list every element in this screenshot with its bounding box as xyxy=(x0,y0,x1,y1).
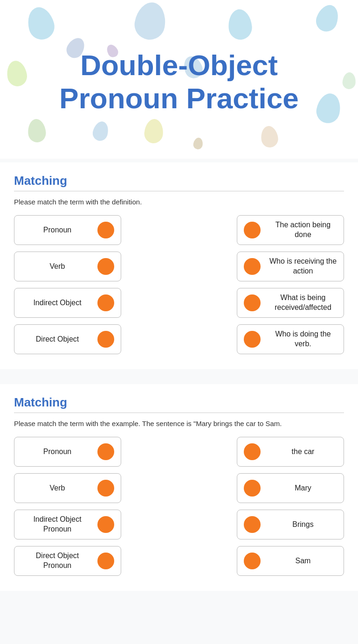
definition-text: the car xyxy=(269,447,337,457)
match-definition[interactable]: Who is receiving the action xyxy=(237,252,344,281)
connector-dot-right[interactable] xyxy=(97,443,114,460)
match-term[interactable]: Direct Object Pronoun xyxy=(14,546,121,576)
match-definition[interactable]: Sam xyxy=(237,546,344,576)
section-1-title: Matching xyxy=(14,174,344,188)
connector-dot-right[interactable] xyxy=(97,553,114,569)
match-term[interactable]: Indirect Object Pronoun xyxy=(14,510,121,539)
matching-grid-1: PronounThe action being doneVerbWho is r… xyxy=(14,215,344,354)
connector-dot-right[interactable] xyxy=(97,222,114,238)
section-2: Matching Please match the term with the … xyxy=(0,384,358,591)
match-definition[interactable]: Mary xyxy=(237,473,344,503)
connector-dot-right[interactable] xyxy=(97,480,114,497)
connector-dot-right[interactable] xyxy=(97,516,114,533)
match-definition[interactable]: Brings xyxy=(237,510,344,539)
connector-dot-right[interactable] xyxy=(97,258,114,275)
definition-text: Who is receiving the action xyxy=(269,257,337,276)
section-1-instruction: Please match the term with the definitio… xyxy=(14,198,344,206)
section-2-title: Matching xyxy=(14,395,344,410)
match-term[interactable]: Direct Object xyxy=(14,324,121,354)
connector-dot-left[interactable] xyxy=(244,516,261,533)
match-term[interactable]: Pronoun xyxy=(14,437,121,467)
matching-row: VerbWho is receiving the action xyxy=(14,252,344,281)
connector-dot-left[interactable] xyxy=(244,443,261,460)
matching-row: PronounThe action being done xyxy=(14,215,344,245)
section-1: Matching Please match the term with the … xyxy=(0,162,358,369)
definition-text: Mary xyxy=(269,483,337,493)
matching-row: VerbMary xyxy=(14,473,344,503)
match-definition[interactable]: the car xyxy=(237,437,344,467)
match-term[interactable]: Indirect Object xyxy=(14,288,121,318)
page-title: Double-Object Pronoun Practice xyxy=(59,49,298,115)
match-definition[interactable]: The action being done xyxy=(237,215,344,245)
connector-dot-right[interactable] xyxy=(97,294,114,311)
match-definition[interactable]: Who is doing the verb. xyxy=(237,324,344,354)
match-definition[interactable]: What is being received/affected xyxy=(237,288,344,318)
matching-row: Direct ObjectWho is doing the verb. xyxy=(14,324,344,354)
definition-text: The action being done xyxy=(269,220,337,240)
definition-text: What is being received/affected xyxy=(269,293,337,313)
definition-text: Brings xyxy=(269,520,337,530)
connector-dot-left[interactable] xyxy=(244,480,261,497)
definition-text: Who is doing the verb. xyxy=(269,329,337,349)
section-2-instruction: Please match the term with the example. … xyxy=(14,420,344,427)
header: Double-Object Pronoun Practice xyxy=(0,0,358,159)
connector-dot-left[interactable] xyxy=(244,553,261,569)
connector-dot-right[interactable] xyxy=(97,331,114,348)
definition-text: Sam xyxy=(269,556,337,566)
matching-row: Indirect ObjectWhat is being received/af… xyxy=(14,288,344,318)
connector-dot-left[interactable] xyxy=(244,258,261,275)
matching-row: Pronounthe car xyxy=(14,437,344,467)
matching-row: Indirect Object PronounBrings xyxy=(14,510,344,539)
match-term[interactable]: Verb xyxy=(14,473,121,503)
connector-dot-left[interactable] xyxy=(244,222,261,238)
matching-grid-2: Pronounthe carVerbMaryIndirect Object Pr… xyxy=(14,437,344,576)
connector-dot-left[interactable] xyxy=(244,331,261,348)
connector-dot-left[interactable] xyxy=(244,294,261,311)
match-term[interactable]: Pronoun xyxy=(14,215,121,245)
matching-row: Direct Object PronounSam xyxy=(14,546,344,576)
match-term[interactable]: Verb xyxy=(14,252,121,281)
